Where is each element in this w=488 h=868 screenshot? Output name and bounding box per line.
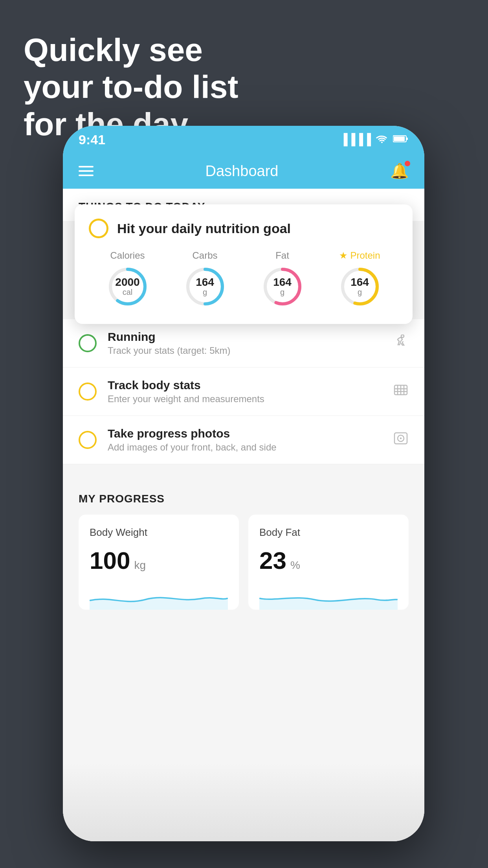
body-weight-number: 100 <box>90 546 130 574</box>
nutrition-card[interactable]: Hit your daily nutrition goal Calories 2… <box>75 204 413 324</box>
nutrition-check-circle <box>89 219 108 238</box>
wifi-icon <box>376 133 388 146</box>
macro-carbs-label: Carbs <box>192 250 217 261</box>
macro-fat: Fat 164 g <box>261 250 304 308</box>
todo-item-progress-photos[interactable]: Take progress photos Add images of your … <box>63 416 424 464</box>
menu-icon[interactable] <box>79 166 94 176</box>
todo-circle-running <box>79 334 97 352</box>
todo-item-running[interactable]: Running Track your stats (target: 5km) <box>63 319 424 368</box>
body-fat-chart <box>259 582 398 610</box>
headline-line2: your to-do list <box>24 69 238 105</box>
todo-text-running: Running Track your stats (target: 5km) <box>108 330 382 356</box>
todo-circle-body-stats <box>79 383 97 401</box>
nav-title: Dashboard <box>205 163 279 180</box>
signal-icon: ▐▐▐▐ <box>340 133 371 146</box>
todo-desc-progress-photos: Add images of your front, back, and side <box>108 442 382 453</box>
bell-icon[interactable]: 🔔 <box>390 162 409 180</box>
todo-list: Running Track your stats (target: 5km) T… <box>63 319 424 464</box>
phone-frame: 9:41 ▐▐▐▐ Dashboard 🔔 <box>63 126 424 841</box>
body-weight-chart <box>90 582 228 610</box>
macro-fat-label: Fat <box>275 250 289 261</box>
progress-photos-icon <box>393 431 409 449</box>
todo-item-body-stats[interactable]: Track body stats Enter your weight and m… <box>63 368 424 416</box>
progress-section-title: MY PROGRESS <box>79 493 409 505</box>
star-icon: ★ <box>339 250 348 261</box>
todo-desc-body-stats: Enter your weight and measurements <box>108 394 382 405</box>
headline-line1: Quickly see <box>24 32 203 68</box>
todo-circle-progress-photos <box>79 431 97 449</box>
running-icon <box>393 335 409 352</box>
progress-section: MY PROGRESS Body Weight 100 kg <box>63 478 424 610</box>
status-icons: ▐▐▐▐ <box>340 133 409 146</box>
notification-dot <box>405 161 410 166</box>
todo-desc-running: Track your stats (target: 5km) <box>108 345 382 356</box>
body-fat-value: 23 % <box>259 546 398 574</box>
body-fat-number: 23 <box>259 546 286 574</box>
status-time: 9:41 <box>79 132 105 147</box>
body-weight-title: Body Weight <box>90 526 228 539</box>
body-weight-value: 100 kg <box>90 546 228 574</box>
nutrition-macros: Calories 2000 cal Carbs <box>89 250 398 308</box>
svg-point-19 <box>400 438 401 439</box>
todo-text-body-stats: Track body stats Enter your weight and m… <box>108 379 382 405</box>
nutrition-card-title: Hit your daily nutrition goal <box>117 221 291 236</box>
macro-fat-ring: 164 g <box>261 265 304 308</box>
macro-protein-ring: 164 g <box>338 265 382 308</box>
macro-protein-label: ★ Protein <box>339 250 380 261</box>
todo-name-progress-photos: Take progress photos <box>108 427 382 440</box>
macro-calories: Calories 2000 cal <box>106 250 149 308</box>
macro-carbs: Carbs 164 g <box>183 250 227 308</box>
battery-icon <box>393 133 409 146</box>
progress-cards: Body Weight 100 kg Body Fat <box>79 515 409 610</box>
svg-rect-2 <box>394 136 405 141</box>
macro-carbs-ring: 164 g <box>183 265 227 308</box>
body-fat-unit: % <box>290 559 300 572</box>
nutrition-card-header: Hit your daily nutrition goal <box>89 219 398 238</box>
app-content: THINGS TO DO TODAY Hit your daily nutrit… <box>63 189 424 841</box>
todo-name-running: Running <box>108 330 382 344</box>
body-fat-title: Body Fat <box>259 526 398 539</box>
bottom-shadow <box>63 763 424 841</box>
macro-calories-label: Calories <box>110 250 145 261</box>
macro-protein: ★ Protein 164 g <box>338 250 382 308</box>
status-bar: 9:41 ▐▐▐▐ <box>63 126 424 153</box>
svg-rect-1 <box>406 138 408 140</box>
todo-text-progress-photos: Take progress photos Add images of your … <box>108 427 382 453</box>
body-stats-icon <box>393 383 409 401</box>
macro-calories-ring: 2000 cal <box>106 265 149 308</box>
nav-bar: Dashboard 🔔 <box>63 153 424 189</box>
progress-card-fat[interactable]: Body Fat 23 % <box>248 515 409 610</box>
progress-card-weight[interactable]: Body Weight 100 kg <box>79 515 239 610</box>
body-weight-unit: kg <box>134 559 146 572</box>
todo-name-body-stats: Track body stats <box>108 379 382 392</box>
